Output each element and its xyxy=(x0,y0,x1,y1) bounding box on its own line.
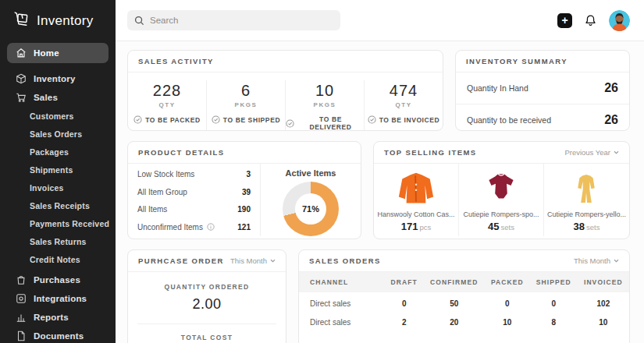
low-stock-items-row[interactable]: Low Stock Items 3 xyxy=(137,170,251,179)
sales-activity-card: SALES ACTIVITY 228 QTY TO BE PACKED 6 PK… xyxy=(127,50,443,131)
top-selling-item-1[interactable]: Hanswooly Cotton Cas... 171pcs xyxy=(374,164,459,236)
user-avatar[interactable] xyxy=(609,10,630,31)
quantity-ordered-label: QUANTITY ORDERED xyxy=(128,283,286,291)
all-items-row[interactable]: All Items 190 xyxy=(137,205,251,214)
sales-orders-range-dropdown[interactable]: This Month xyxy=(574,256,619,265)
topbar-actions: + xyxy=(557,10,630,31)
sidebar-item-customers[interactable]: Customers xyxy=(0,107,116,125)
topbar: + xyxy=(116,0,644,41)
cart-icon xyxy=(16,92,27,103)
sidebar-item-sales-returns[interactable]: Sales Returns xyxy=(0,232,116,250)
top-selling-title: TOP SELLING ITEMS xyxy=(384,148,476,157)
stat-to-be-invoiced[interactable]: 474 QTY TO BE INVOICED xyxy=(365,80,443,131)
circled-check-icon xyxy=(368,115,376,124)
inventory-summary-title: INVENTORY SUMMARY xyxy=(466,57,568,65)
bag-icon xyxy=(16,274,27,285)
sidebar-item-packages[interactable]: Packages xyxy=(0,143,116,161)
top-selling-item-2[interactable]: Cutiepie Rompers-spo... 45sets xyxy=(459,164,544,236)
home-icon xyxy=(16,48,27,58)
all-item-group-row[interactable]: All Item Group 39 xyxy=(137,188,251,196)
quantity-to-be-received-row: Quantity to be received 26 xyxy=(456,104,629,131)
active-items-donut: 71% xyxy=(283,182,339,236)
chevron-down-icon xyxy=(270,259,276,263)
purchase-order-title: PURHCASE ORDER xyxy=(138,256,224,265)
sales-activity-title: SALES ACTIVITY xyxy=(138,57,214,65)
sidebar-item-invoices[interactable]: Invoices xyxy=(0,179,116,196)
product-details-title: PRODUCT DETAILS xyxy=(138,148,225,157)
sidebar: Inventory Home Inventory Sales xyxy=(0,0,116,343)
purchase-order-range-dropdown[interactable]: This Month xyxy=(230,256,276,265)
top-selling-item-3[interactable]: Cutiepie Rompers-yello... 38sets xyxy=(544,164,629,236)
top-selling-range-dropdown[interactable]: Previous Year xyxy=(564,148,619,157)
sidebar-item-reports[interactable]: Reports xyxy=(0,308,116,327)
search-icon xyxy=(134,16,144,26)
dashboard-content: SALES ACTIVITY 228 QTY TO BE PACKED 6 PK… xyxy=(116,41,644,343)
total-cost-label: TOTAL COST xyxy=(128,334,286,341)
romper-long-product-image xyxy=(568,170,604,207)
chevron-down-icon xyxy=(614,150,619,154)
sidebar-item-sales[interactable]: Sales xyxy=(0,88,116,107)
box-icon xyxy=(16,73,27,84)
search-input[interactable] xyxy=(150,16,333,25)
stat-to-be-shipped[interactable]: 6 PKGS TO BE SHIPPED xyxy=(207,80,286,131)
cardigan-product-image xyxy=(393,170,439,207)
romper-short-product-image xyxy=(482,170,521,207)
active-items-percentage: 71% xyxy=(295,193,326,225)
sidebar-item-home[interactable]: Home xyxy=(7,43,109,63)
sidebar-item-purchases[interactable]: Purchases xyxy=(0,271,116,289)
table-row[interactable]: Direct sales 0 50 0 0 102 xyxy=(299,292,629,311)
chevron-down-icon xyxy=(614,259,619,263)
inventory-dolly-icon xyxy=(11,11,30,30)
sales-orders-title: SALES ORDERS xyxy=(309,256,381,265)
integrations-icon xyxy=(16,293,27,304)
stat-to-be-delivered[interactable]: 10 PKGS TO BE DELIVERED xyxy=(286,80,365,131)
sidebar-item-sales-receipts[interactable]: Sales Receipts xyxy=(0,196,116,214)
sidebar-item-documents[interactable]: Documents xyxy=(0,327,116,343)
table-row[interactable]: Direct sales 2 20 10 8 10 xyxy=(299,311,629,330)
search-box[interactable] xyxy=(127,10,340,30)
info-icon[interactable] xyxy=(207,223,215,231)
sidebar-item-shipments[interactable]: Shipments xyxy=(0,161,116,179)
active-items-chart-title: Active Items xyxy=(286,168,336,178)
app-logo: Inventory xyxy=(0,0,116,43)
app-title: Inventory xyxy=(37,13,94,29)
notifications-bell-icon[interactable] xyxy=(584,14,597,27)
unconfirmed-items-row[interactable]: Unconfirmed Items 121 xyxy=(137,223,251,232)
bar-chart-icon xyxy=(16,312,27,323)
sidebar-item-integrations[interactable]: Integrations xyxy=(0,289,116,308)
circled-check-icon xyxy=(133,115,142,124)
quantity-in-hand-row: Quantity In Hand 26 xyxy=(456,72,629,104)
stat-to-be-packed[interactable]: 228 QTY TO BE PACKED xyxy=(128,80,207,131)
table-header-row: CHANNEL DRAFT CONFIRMED PACKED SHIPPED I… xyxy=(299,272,629,292)
sidebar-item-inventory[interactable]: Inventory xyxy=(0,69,116,88)
sidebar-item-payments-received[interactable]: Payments Received xyxy=(0,214,116,232)
circled-check-icon xyxy=(212,115,220,124)
inventory-summary-card: INVENTORY SUMMARY Quantity In Hand 26 Qu… xyxy=(455,50,630,131)
app-window: Inventory Home Inventory Sales xyxy=(0,0,644,343)
circled-check-icon xyxy=(286,119,294,128)
sidebar-item-credit-notes[interactable]: Credit Notes xyxy=(0,250,116,268)
divider xyxy=(137,324,276,324)
sidebar-nav: Home Inventory Sales Customers Sales Ord… xyxy=(0,43,116,343)
purchase-order-card: PURHCASE ORDER This Month QUANTITY ORDER… xyxy=(127,249,286,343)
sales-orders-table: CHANNEL DRAFT CONFIRMED PACKED SHIPPED I… xyxy=(299,272,629,330)
main-area: + SALES ACTIVITY 228 xyxy=(116,0,644,343)
document-icon xyxy=(16,331,27,341)
sidebar-item-sales-orders[interactable]: Sales Orders xyxy=(0,125,116,143)
quantity-ordered-value: 2.00 xyxy=(128,296,286,313)
quick-add-button[interactable]: + xyxy=(557,13,572,28)
sales-orders-card: SALES ORDERS This Month CHANNEL DRAFT CO… xyxy=(298,249,630,343)
top-selling-items-card: TOP SELLING ITEMS Previous Year xyxy=(373,141,630,239)
product-details-card: PRODUCT DETAILS Low Stock Items 3 All It… xyxy=(127,141,361,239)
